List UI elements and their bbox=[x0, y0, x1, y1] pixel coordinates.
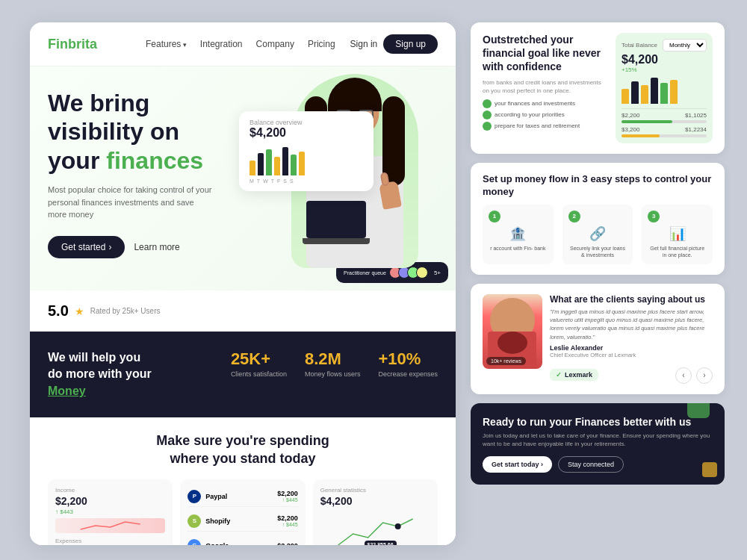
main-container: Finbrita Features Integration Company Pr… bbox=[30, 22, 456, 545]
step1-icon: 🏦 bbox=[489, 225, 548, 242]
shopify-row: S Shopify $2,200 ↑ $445 bbox=[187, 511, 297, 532]
rating-score: 5.0 bbox=[48, 302, 69, 320]
hero-title-highlight: finances bbox=[106, 147, 203, 174]
nav-pricing[interactable]: Pricing bbox=[308, 39, 335, 49]
company-check-icon: ✓ bbox=[556, 371, 562, 379]
nav-company[interactable]: Company bbox=[256, 39, 294, 49]
step3-desc: Get full financial picture in one place. bbox=[648, 245, 707, 258]
get-started-label: Get started bbox=[61, 242, 105, 252]
bw-bar bbox=[670, 80, 678, 104]
next-arrow[interactable]: › bbox=[696, 367, 713, 384]
cta-title: Ready to run your Finances better with u… bbox=[483, 415, 713, 429]
paypal-sub: ↑ $445 bbox=[277, 497, 298, 503]
bw-bar bbox=[651, 78, 658, 104]
stats-heading-block: We will help you do more with your Money bbox=[48, 349, 231, 399]
hero-section: We bring visibility on your finances Mos… bbox=[30, 66, 456, 290]
hero-title-line3: your bbox=[48, 147, 106, 174]
bullet3-row: prepare for taxes and retirement bbox=[483, 122, 608, 131]
paypal-icon: P bbox=[187, 490, 201, 503]
cta-decor-yellow bbox=[702, 462, 717, 477]
bw-amount: $4,200 bbox=[622, 53, 707, 66]
cta-secondary-button[interactable]: Stay connected bbox=[558, 456, 624, 473]
logo: Finbrita bbox=[48, 37, 97, 52]
stat-item-clients: 25K+ Clients satisfaction bbox=[231, 349, 287, 378]
right-panel: Outstretched your financial goal like ne… bbox=[471, 22, 725, 545]
stat-expenses-label: Decrease expenses bbox=[378, 370, 438, 378]
balance-card-amount: $4,200 bbox=[249, 126, 363, 140]
google-label: Google bbox=[205, 542, 273, 545]
rp-steps-card: Set up money flow in 3 easy steps to con… bbox=[471, 163, 725, 275]
cta-text: Join us today and let us to take care of… bbox=[483, 432, 713, 448]
signup-button[interactable]: Sign up bbox=[383, 34, 438, 54]
bottom-section: Make sure you're spendingwhere you stand… bbox=[30, 417, 456, 545]
stat-item-expenses: +10% Decrease expenses bbox=[378, 349, 438, 378]
get-started-button[interactable]: Get started › bbox=[48, 236, 125, 258]
shopify-icon: S bbox=[187, 514, 201, 528]
bw-title: Total Balance bbox=[622, 42, 657, 49]
rating-stars: ★ bbox=[75, 305, 84, 317]
shopify-label: Shopify bbox=[205, 517, 273, 525]
logo-part2: brita bbox=[68, 37, 97, 52]
income-amount: $2,200 bbox=[55, 495, 165, 507]
bw-progress-bar2 bbox=[622, 134, 660, 137]
logo-part1: Fin bbox=[48, 37, 68, 52]
step2-icon: 🔗 bbox=[568, 225, 627, 242]
bw-secondary-row: $2,200 $1,1025 bbox=[622, 108, 707, 123]
shopify-amount: $2,200 bbox=[277, 514, 298, 522]
stats-heading: We will help you do more with your Money bbox=[48, 349, 231, 399]
stats-heading-line2: do more with your bbox=[48, 367, 152, 380]
bottom-title: Make sure you're spendingwhere you stand… bbox=[48, 432, 438, 467]
nav-integration[interactable]: Integration bbox=[200, 39, 243, 49]
arrow-icon: › bbox=[108, 242, 111, 252]
bw-period-select[interactable]: Monthly bbox=[663, 39, 707, 52]
cta-decor-green bbox=[687, 403, 710, 418]
cards-row: Income $2,200 ↑ $443 Expenses $3,200 ↑ $… bbox=[48, 479, 438, 545]
stat-item-money: 8.2M Money flows users bbox=[305, 349, 361, 378]
prev-arrow[interactable]: ‹ bbox=[675, 367, 692, 384]
bullet2-icon bbox=[483, 111, 492, 119]
stats-badge: $22,855.66 bbox=[365, 541, 397, 545]
stat-money-number: 8.2M bbox=[305, 349, 361, 369]
bullet1-row: your finances and investments bbox=[483, 99, 608, 108]
signin-button[interactable]: Sign in bbox=[350, 39, 378, 49]
stats-heading-line1: We will help you bbox=[48, 351, 140, 364]
hero-title: We bring visibility on your finances bbox=[48, 89, 227, 175]
chart-bar bbox=[282, 147, 288, 175]
chart-bar bbox=[291, 155, 297, 175]
chart-bar bbox=[274, 157, 280, 175]
paypal-row: P Paypal $2,200 ↑ $445 bbox=[187, 487, 297, 507]
rp-steps-title: Set up money flow in 3 easy steps to con… bbox=[483, 173, 713, 199]
paypal-label: Paypal bbox=[205, 493, 273, 500]
income-label: Income bbox=[55, 487, 165, 494]
step3-icon: 📊 bbox=[648, 225, 707, 242]
income-trend-chart bbox=[55, 518, 165, 533]
stat-expenses-number: +10% bbox=[378, 349, 438, 369]
rating-area: 5.0 ★ Rated by 25k+ Users bbox=[30, 290, 456, 332]
bw-secondary-label: $1,1025 bbox=[685, 112, 707, 119]
chart-bar bbox=[266, 149, 272, 175]
bullet2-text: according to your priorities bbox=[495, 111, 565, 118]
step3-num: 3 bbox=[648, 211, 660, 223]
cta-section: Ready to run your Finances better with u… bbox=[471, 403, 725, 485]
chart-bar bbox=[249, 161, 255, 175]
general-stats-amount: $4,200 bbox=[320, 495, 430, 507]
bw-tertiary-label: $1,2234 bbox=[685, 126, 707, 133]
learn-more-button[interactable]: Learn more bbox=[134, 242, 179, 252]
payments-card: P Paypal $2,200 ↑ $445 S Shopify bbox=[180, 479, 305, 545]
bw-bar bbox=[622, 89, 629, 104]
testimonial-person-photo: 10k+ reviews bbox=[483, 294, 542, 369]
paypal-amount: $2,200 bbox=[277, 490, 298, 497]
bw-secondary-amount: $2,200 bbox=[622, 112, 639, 119]
bw-tertiary-row: $3,200 $1,2234 bbox=[622, 126, 707, 137]
google-icon: G bbox=[187, 539, 201, 545]
cta-primary-button[interactable]: Get start today › bbox=[483, 456, 552, 473]
bullet2-row: according to your priorities bbox=[483, 111, 608, 119]
expenses-label: Expenses bbox=[55, 538, 165, 544]
rating-text: Rated by 25k+ Users bbox=[90, 307, 161, 315]
bw-bar bbox=[660, 83, 668, 104]
stats-heading-highlight: Money bbox=[48, 385, 86, 397]
nav-features[interactable]: Features bbox=[146, 39, 187, 49]
step2-num: 2 bbox=[568, 211, 580, 223]
stat-clients-number: 25K+ bbox=[231, 349, 287, 369]
shopify-sub: ↑ $445 bbox=[277, 522, 298, 527]
